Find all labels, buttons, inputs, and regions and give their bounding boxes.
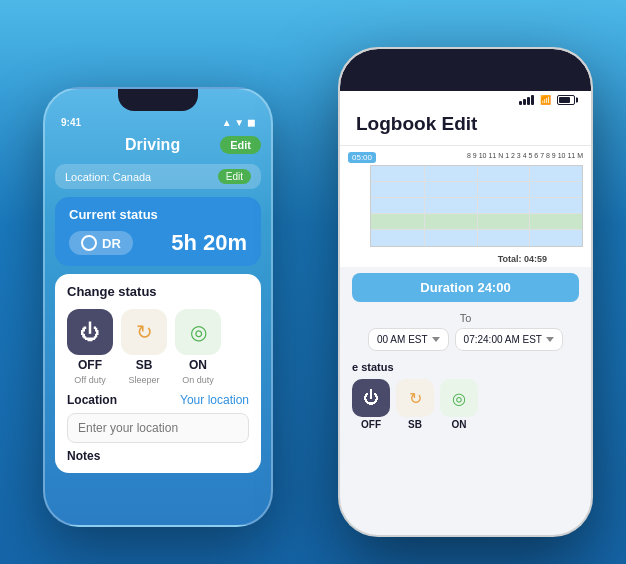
dr-label: DR xyxy=(102,236,121,251)
off-duty-button[interactable]: ⏻ OFF Off duty xyxy=(67,309,113,385)
time-selectors: 00 AM EST 07:24:00 AM EST xyxy=(352,328,579,351)
wifi-icon: 📶 xyxy=(540,95,551,105)
battery-icon xyxy=(557,95,575,105)
chevron-down-1 xyxy=(432,337,440,342)
phone-left: 9:41 ▲ ▼ ◼ Driving Edit Location: Canada… xyxy=(43,87,273,527)
logbook-title: Logbook Edit xyxy=(356,113,477,134)
right-statusbar: 📶 xyxy=(340,91,591,109)
e-sb-icon: ↻ xyxy=(396,379,434,417)
chart-total: Total: 04:59 xyxy=(340,251,591,267)
current-status-card: Current status DR 5h 20m xyxy=(55,197,261,266)
left-header: Driving Edit xyxy=(45,130,271,160)
left-notch xyxy=(118,89,198,111)
logbook-header: Logbook Edit xyxy=(340,109,591,146)
sleeper-button[interactable]: ↻ SB Sleeper xyxy=(121,309,167,385)
chart-time-label: 05:00 xyxy=(348,152,376,163)
time-selector-2[interactable]: 07:24:00 AM EST xyxy=(455,328,563,351)
sb-sublabel: Sleeper xyxy=(128,375,159,385)
off-label: OFF xyxy=(78,358,102,372)
time-value-2: 07:24:00 AM EST xyxy=(464,334,542,345)
phone-right: 📶 Logbook Edit 05:00 8 9 10 11 N 1 2 3 4… xyxy=(338,47,593,537)
e-sb-label: SB xyxy=(408,419,422,430)
right-notch xyxy=(421,67,511,87)
e-off-label: OFF xyxy=(361,419,381,430)
sb-icon: ↻ xyxy=(121,309,167,355)
e-off-button[interactable]: ⏻ OFF xyxy=(352,379,390,430)
location-bar: Location: Canada Edit xyxy=(55,164,261,189)
time-selector-1[interactable]: 00 AM EST xyxy=(368,328,449,351)
on-sublabel: On duty xyxy=(182,375,214,385)
e-status-buttons: ⏻ OFF ↻ SB ◎ ON xyxy=(352,379,579,430)
notes-label: Notes xyxy=(67,449,249,463)
left-time: 9:41 xyxy=(61,117,81,128)
right-top xyxy=(340,49,591,91)
driving-title: Driving xyxy=(85,136,220,154)
e-on-icon: ◎ xyxy=(440,379,478,417)
signal-icon xyxy=(519,95,534,105)
to-label: To xyxy=(352,312,579,324)
e-status-title: e status xyxy=(352,361,579,373)
edit-button[interactable]: Edit xyxy=(220,136,261,154)
on-icon: ◎ xyxy=(175,309,221,355)
dr-badge: DR xyxy=(69,231,133,255)
on-label: ON xyxy=(189,358,207,372)
on-duty-button[interactable]: ◎ ON On duty xyxy=(175,309,221,385)
current-status-row: DR 5h 20m xyxy=(69,230,247,256)
duration-bar: Duration 24:00 xyxy=(352,273,579,302)
e-status-section: e status ⏻ OFF ↻ SB ◎ xyxy=(340,357,591,434)
e-on-button[interactable]: ◎ ON xyxy=(440,379,478,430)
sb-label: SB xyxy=(136,358,153,372)
your-location-button[interactable]: Your location xyxy=(180,393,249,407)
chart-grid: 04:59 04:59 04:59 04:59 04:59 xyxy=(370,165,583,247)
change-status-title: Change status xyxy=(67,284,249,299)
e-sb-button[interactable]: ↻ SB xyxy=(396,379,434,430)
e-off-icon: ⏻ xyxy=(352,379,390,417)
chart-area: 05:00 8 9 10 11 N 1 2 3 4 5 6 7 8 9 10 1… xyxy=(340,146,591,251)
chevron-down-2 xyxy=(546,337,554,342)
chart-times: 05:00 8 9 10 11 N 1 2 3 4 5 6 7 8 9 10 1… xyxy=(340,152,591,163)
location-row: Location Your location xyxy=(67,393,249,407)
current-status-title: Current status xyxy=(69,207,247,222)
e-on-label: ON xyxy=(452,419,467,430)
duration-label: Duration 24:00 xyxy=(420,280,510,295)
status-buttons: ⏻ OFF Off duty ↻ SB Sleeper ◎ ON xyxy=(67,309,249,385)
off-icon: ⏻ xyxy=(67,309,113,355)
to-section: To 00 AM EST 07:24:00 AM EST xyxy=(340,308,591,357)
location-edit-btn[interactable]: Edit xyxy=(218,169,251,184)
current-time: 5h 20m xyxy=(171,230,247,256)
time-value-1: 00 AM EST xyxy=(377,334,428,345)
off-sublabel: Off duty xyxy=(74,375,105,385)
location-bar-text: Location: Canada xyxy=(65,171,151,183)
location-input[interactable] xyxy=(67,413,249,443)
dr-icon xyxy=(81,235,97,251)
left-statusbar: 9:41 ▲ ▼ ◼ xyxy=(45,111,271,130)
phones-container: 9:41 ▲ ▼ ◼ Driving Edit Location: Canada… xyxy=(23,17,603,547)
location-label: Location xyxy=(67,393,117,407)
change-status-section: Change status ⏻ OFF Off duty ↻ SB Sleepe… xyxy=(55,274,261,473)
left-status-icons: ▲ ▼ ◼ xyxy=(222,117,255,128)
